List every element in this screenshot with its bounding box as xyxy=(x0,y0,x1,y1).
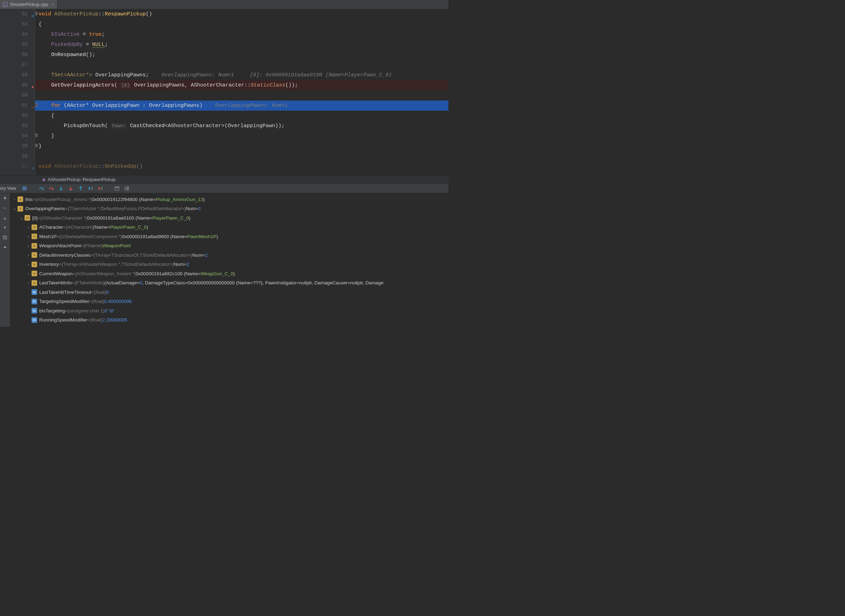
svg-text:c+: c+ xyxy=(4,3,7,6)
svg-rect-10 xyxy=(125,188,126,189)
link-icon[interactable]: ⚭ xyxy=(1,244,9,251)
collapse-icon[interactable]: ⌄ xyxy=(12,206,17,211)
copy-icon[interactable] xyxy=(1,234,9,241)
breadcrumb-text: AShooterPickup::RespawnPickup xyxy=(48,177,116,182)
function-icon: ◈ xyxy=(42,177,46,182)
svg-rect-6 xyxy=(101,187,102,190)
variable-row[interactable]: ›≡CurrentWeapon = {AShooterWeapon_Instan… xyxy=(12,269,448,279)
svg-rect-14 xyxy=(126,189,129,190)
svg-rect-2 xyxy=(22,187,26,187)
stack-icon[interactable] xyxy=(20,184,29,193)
sync-gutter-icon: ⇄ xyxy=(32,11,34,21)
struct-icon: ≡ xyxy=(25,215,30,221)
variable-row[interactable]: ›≡Mesh1P = {USkeletalMeshComponent *} 0x… xyxy=(12,232,448,241)
variable-row[interactable]: ›≡this = {AShooterPickup_Ammo *} 0x00000… xyxy=(12,195,448,204)
struct-icon: ≡ xyxy=(32,243,37,249)
variable-row[interactable]: ›≡Inventory = {TArray<AShooterWeapon *,T… xyxy=(12,260,448,269)
force-step-over-icon[interactable] xyxy=(46,184,56,193)
svg-rect-16 xyxy=(4,236,7,239)
debug-panel: + − ▲ ▼ ⚭ ›≡this = {AShooterPickup_Ammo … xyxy=(0,193,448,327)
debug-toolbar: ory View xyxy=(0,183,448,193)
svg-rect-13 xyxy=(126,188,129,189)
current-line-arrow-icon: → xyxy=(32,103,34,113)
memory-view-label[interactable]: ory View xyxy=(0,186,20,191)
force-run-to-cursor-icon[interactable] xyxy=(95,184,105,193)
svg-rect-15 xyxy=(3,236,6,239)
svg-rect-3 xyxy=(22,188,26,189)
file-tab[interactable]: c+ ShooterPickup.cpp × xyxy=(0,0,57,9)
primitive-icon: 01 xyxy=(32,308,37,314)
struct-icon: ≡ xyxy=(32,224,37,230)
expand-icon[interactable]: › xyxy=(26,271,31,276)
expand-icon[interactable]: › xyxy=(26,253,31,257)
struct-icon: ≡ xyxy=(32,280,37,286)
fold-icon[interactable]: − xyxy=(35,12,37,15)
expand-icon[interactable]: › xyxy=(26,225,31,229)
tab-bar: c+ ShooterPickup.cpp × xyxy=(0,0,448,9)
down-icon[interactable]: ▼ xyxy=(1,224,9,231)
svg-rect-4 xyxy=(22,189,26,190)
collapse-icon[interactable]: ⌄ xyxy=(19,216,24,220)
variable-row[interactable]: 01RunningSpeedModifier = {float} 2.20000… xyxy=(12,315,448,325)
svg-rect-11 xyxy=(125,189,126,190)
tree-view-icon[interactable] xyxy=(122,184,132,193)
primitive-icon: 01 xyxy=(32,289,37,295)
breadcrumb[interactable]: ◈ AShooterPickup::RespawnPickup xyxy=(0,175,448,183)
variable-row[interactable]: ⌄≡[0] = {AShooterCharacter *} 0x00000191… xyxy=(12,213,448,223)
force-step-into-icon[interactable] xyxy=(66,184,76,193)
svg-rect-9 xyxy=(125,187,126,187)
variables-tree[interactable]: ›≡this = {AShooterPickup_Ammo *} 0x00000… xyxy=(10,193,448,327)
step-into-icon[interactable] xyxy=(56,184,66,193)
add-watch-icon[interactable]: + xyxy=(1,195,9,202)
variable-row[interactable]: ⌄≡OverlappingPawns = {TSet<AActor *,Defa… xyxy=(12,204,448,214)
fold-end-icon[interactable]: ⌃ xyxy=(35,144,37,147)
debug-sidebar: + − ▲ ▼ ⚭ xyxy=(0,193,10,327)
close-icon[interactable]: × xyxy=(51,2,54,7)
expand-icon[interactable]: › xyxy=(26,234,31,239)
cpp-file-icon: c+ xyxy=(3,2,8,7)
step-over-icon[interactable] xyxy=(37,184,46,193)
up-icon[interactable]: ▲ xyxy=(1,214,9,221)
code-editor[interactable]: 82⇄ 83 84 85 86 87 88 89● 90 91→ 92 93 9… xyxy=(0,9,448,175)
variable-row[interactable]: ›≡LastTakeHitInfo = {FTakeHitInfo} {Actu… xyxy=(12,279,448,288)
step-out-icon[interactable] xyxy=(76,184,85,193)
struct-icon: ≡ xyxy=(18,197,23,202)
evaluate-expression-icon[interactable] xyxy=(112,184,122,193)
remove-watch-icon[interactable]: − xyxy=(1,204,9,211)
variable-row[interactable]: ›≡DefaultInventoryClasses = {TArray<TSub… xyxy=(12,251,448,260)
code-content[interactable]: −void AShooterPickup::RespawnPickup() { … xyxy=(35,9,448,175)
breakpoint-icon[interactable]: ● xyxy=(32,82,34,92)
expand-icon[interactable]: › xyxy=(26,244,31,248)
svg-rect-7 xyxy=(115,187,119,190)
expand-icon[interactable]: › xyxy=(26,281,31,285)
struct-icon: ≡ xyxy=(32,271,37,276)
tab-filename: ShooterPickup.cpp xyxy=(10,2,48,7)
expand-icon[interactable]: › xyxy=(26,262,31,267)
run-to-cursor-icon[interactable] xyxy=(85,184,95,193)
struct-icon: ≡ xyxy=(18,206,23,211)
primitive-icon: 01 xyxy=(32,317,37,323)
gutter: 82⇄ 83 84 85 86 87 88 89● 90 91→ 92 93 9… xyxy=(0,9,35,175)
svg-rect-8 xyxy=(116,187,118,188)
variable-row[interactable]: 01LastTakeHitTimeTimeout = {float} 0 xyxy=(12,287,448,297)
svg-rect-5 xyxy=(92,187,93,190)
variable-row[interactable]: ›≡ACharacter = {ACharacter} (Name=Player… xyxy=(12,223,448,232)
variable-row[interactable]: ›≡WeaponAttachPoint = {FName} WeaponPoin… xyxy=(12,241,448,251)
fold-icon[interactable]: − xyxy=(35,103,37,107)
svg-rect-12 xyxy=(126,187,129,187)
struct-icon: ≡ xyxy=(32,233,37,239)
variable-row[interactable]: 01bIsTargeting = {unsigned char:1} 0 '\0… xyxy=(12,306,448,315)
struct-icon: ≡ xyxy=(32,262,37,267)
variable-row[interactable]: 01TargetingSpeedModifier = {float} 0.400… xyxy=(12,297,448,307)
fold-end-icon[interactable]: ⌃ xyxy=(35,134,37,137)
sync-gutter-icon: ⇄ xyxy=(32,164,34,174)
struct-icon: ≡ xyxy=(32,252,37,258)
expand-icon[interactable]: › xyxy=(12,197,17,201)
primitive-icon: 01 xyxy=(32,299,37,304)
